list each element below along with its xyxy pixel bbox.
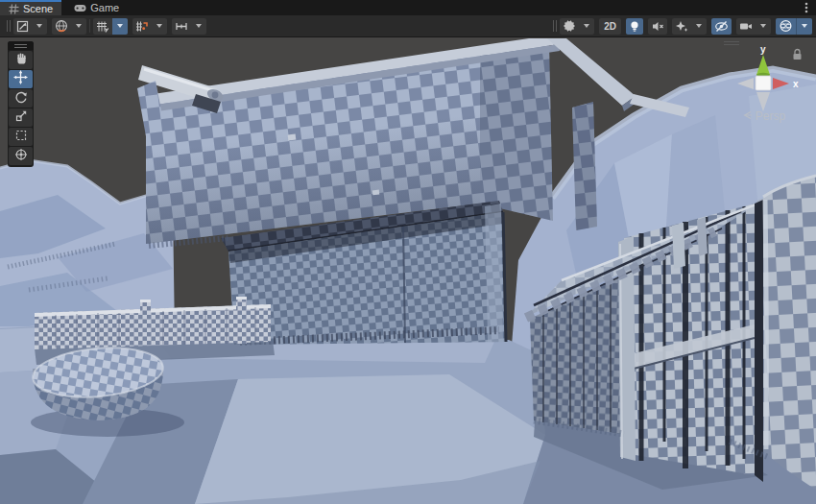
tool-settings-group [13,18,86,35]
orientation-gizmo: y x Persp [718,38,810,134]
rect-icon [14,129,28,146]
tool-handle-position-button[interactable] [13,18,47,35]
axis-negx-cone[interactable] [737,78,754,89]
orbit-gizmo-icon [776,18,796,35]
axis-y-label: y [760,44,766,55]
dropdown-arrow-icon [191,18,206,35]
axis-x-cone[interactable] [773,78,789,89]
grid-snap-icon [132,18,152,35]
dropdown-arrow-icon [32,18,47,35]
dropdown-arrow-icon [756,18,771,35]
overlay-drag-handle[interactable] [553,20,557,32]
2d-label: 2D [602,21,618,32]
draw-mode-button[interactable] [560,18,594,35]
hand-icon [14,52,28,69]
pivot-icon [13,18,32,35]
2d-view-button[interactable]: 2D [599,18,621,35]
projection-label: Persp [756,109,785,123]
dropdown-arrow-icon[interactable] [796,18,812,35]
view-options-group: 2D [560,18,812,35]
lightbulb-icon [626,18,643,35]
kebab-vertical-icon[interactable] [800,1,813,14]
scene-lighting-button[interactable] [626,18,643,35]
tool-handle-rotation-button[interactable] [52,18,86,35]
rect-tool-button[interactable] [9,128,33,146]
grid-y-icon [93,18,112,35]
scene-effects-button[interactable] [672,18,707,35]
rotate-tool-button[interactable] [9,89,33,108]
tools-overlay-handle[interactable] [8,41,34,50]
transform-tool-button[interactable] [9,147,33,165]
lock-icon[interactable] [792,47,803,64]
axis-negy-cone[interactable] [756,92,770,111]
gamepad-icon [74,4,86,12]
grid-icon [9,4,19,14]
persp-chevron-icon [743,109,753,123]
overlay-drag-handle[interactable] [7,20,11,32]
rotate-icon [14,90,28,108]
axis-x-label: x [793,79,799,89]
dropdown-arrow-icon [152,18,167,35]
eye-slash-icon [711,18,732,35]
snap-increment-button[interactable] [172,18,206,35]
audio-muted-icon [648,18,667,35]
effects-icon [672,18,691,35]
scale-tool-button[interactable] [9,108,33,127]
toolbar-separator [89,19,90,33]
dropdown-arrow-icon [71,18,86,35]
dropdown-arrow-icon [579,18,594,35]
move-tool-button[interactable] [9,70,33,88]
dropdown-arrow-icon [691,18,707,35]
tab-scene[interactable]: Scene [0,0,61,15]
scale-icon [14,109,28,127]
move-icon [13,70,28,88]
camera-icon [736,18,756,35]
grid-snapping-button[interactable] [132,18,167,35]
transform-icon [14,148,28,165]
scene-audio-button[interactable] [648,18,667,35]
tools-overlay [8,41,34,167]
unity-scene-view-window: Scene Game [0,0,816,504]
grid-visibility-button[interactable] [93,18,128,35]
view-tool-button[interactable] [9,51,33,69]
dropdown-arrow-icon[interactable] [112,18,128,35]
scene-view-toolbar: 2D [0,15,816,37]
shaded-mode-icon [560,18,579,35]
grid-snap-group [93,18,206,35]
tab-scene-label: Scene [23,3,53,14]
tab-game[interactable]: Game [65,0,128,15]
gizmos-menu-button[interactable] [776,18,812,35]
scene-viewport[interactable]: y x Persp [0,38,816,504]
globe-icon [52,18,71,35]
scene-camera-button[interactable] [736,18,771,35]
projection-toggle[interactable]: Persp [718,109,810,123]
axis-y-cone[interactable] [756,55,770,75]
tab-game-label: Game [90,2,119,13]
axis-center-cube[interactable] [756,76,771,90]
snap-increment-icon [172,18,191,35]
scene-visibility-button[interactable] [711,18,732,35]
scene-render[interactable] [0,38,816,504]
tab-bar: Scene Game [0,0,816,15]
